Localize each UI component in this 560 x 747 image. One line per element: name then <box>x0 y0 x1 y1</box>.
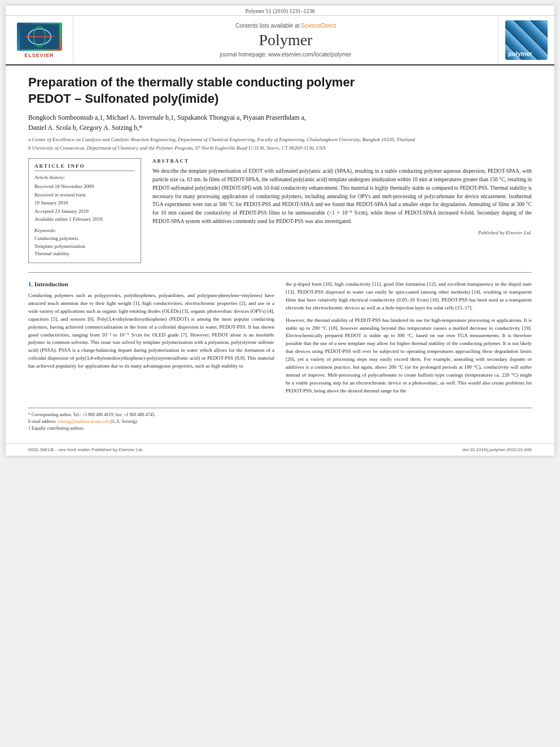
journal-title: Polymer <box>259 31 313 49</box>
abstract-text: We describe the template polymerization … <box>152 167 532 225</box>
article-title: Preparation of the thermally stable cond… <box>28 75 532 107</box>
introduction-section: 1. Introduction Conducting polymers such… <box>28 281 532 400</box>
elsevier-logo: ELSEVIER <box>17 23 62 58</box>
article-info-box: ARTICLE INFO Article history: Received 1… <box>28 158 141 263</box>
affiliations: a Center of Excellence on Catalysis and … <box>28 136 532 151</box>
journal-reference: Polymer 51 (2010) 1231–1236 <box>6 6 554 16</box>
intro-num: 1. <box>28 281 33 287</box>
page: Polymer 51 (2010) 1231–1236 ELSEVIER Con… <box>6 6 554 456</box>
intro-label: Introduction <box>34 281 68 287</box>
article-history-label: Article history: <box>34 174 135 180</box>
keyword-3: Thermal stability <box>34 250 135 258</box>
polymer-logo-text: polymer <box>508 50 532 57</box>
intro-para-right2: However, the thermal stability of PEDOT-… <box>286 317 532 395</box>
sciencedirect-link[interactable]: ScienceDirect <box>301 23 336 29</box>
article-info-column: ARTICLE INFO Article history: Received 1… <box>28 158 141 263</box>
intro-para-right1: the p-doped form [10], high conductivity… <box>286 281 532 312</box>
elsevier-logo-area: ELSEVIER <box>6 16 73 64</box>
article-info-abstract: ARTICLE INFO Article history: Received 1… <box>28 158 532 263</box>
footnotes: * Corresponding author. Tel.: +1 860 486… <box>28 408 532 432</box>
article-info-heading: ARTICLE INFO <box>34 163 135 171</box>
email-link[interactable]: sotzing@mailims.uconn.edu <box>58 419 109 424</box>
received-revised-label: Received in revised form <box>34 191 135 199</box>
footnote-email: E-mail address: sotzing@mailims.uconn.ed… <box>28 418 532 425</box>
intro-right-column: the p-doped form [10], high conductivity… <box>286 281 532 400</box>
accepted-date: Accepted 23 January 2010 <box>34 207 135 215</box>
sciencedirect-line: Contents lists available at ScienceDirec… <box>235 23 336 29</box>
title-line1: Preparation of the thermally stable cond… <box>28 75 355 89</box>
article-dates: Received 18 November 2009 Received in re… <box>34 182 135 223</box>
issn-text: 0032-3861/$ – see front matter Published… <box>28 447 143 452</box>
keywords-section: Keywords: Conducting polymers Template p… <box>34 228 135 258</box>
intro-left-column: 1. Introduction Conducting polymers such… <box>28 281 274 400</box>
introduction-heading: 1. Introduction <box>28 281 274 287</box>
intro-para1: Conducting polymers such as polypyrroles… <box>28 292 274 370</box>
journal-ref-text: Polymer 51 (2010) 1231–1236 <box>245 8 314 14</box>
footnote-equal-contrib: 1 Equally contributing authors. <box>28 425 532 432</box>
footnote-corresponding: * Corresponding author. Tel.: +1 860 486… <box>28 412 532 418</box>
received-date: Received 18 November 2009 <box>34 182 135 190</box>
abstract-column: ABSTRACT We describe the template polyme… <box>152 158 532 263</box>
journal-homepage: journal homepage: www.elsevier.com/locat… <box>220 51 352 58</box>
elsevier-graphic <box>17 23 62 51</box>
email-label: E-mail address: <box>28 419 56 424</box>
polymer-logo-area: polymer <box>498 16 554 64</box>
keywords-label: Keywords: <box>34 228 135 233</box>
main-content: Preparation of the thermally stable cond… <box>6 65 554 443</box>
keyword-1: Conducting polymers <box>34 235 135 243</box>
polymer-logo: polymer <box>505 20 548 60</box>
available-date: Available online 1 February 2010 <box>34 215 135 223</box>
published-line: Published by Elsevier Ltd. <box>152 230 532 235</box>
authors: Bongkoch Somboonsub a,1, Michael A. Inve… <box>28 112 532 133</box>
doi-text: doi:10.1016/j.polymer.2010.01.048 <box>462 447 532 452</box>
abstract-heading: ABSTRACT <box>152 158 532 164</box>
email-note: (G.A. Sotzing). <box>110 419 138 424</box>
homepage-text: journal homepage: www.elsevier.com/locat… <box>220 51 352 58</box>
journal-header: ELSEVIER Contents lists available at Sci… <box>6 16 554 65</box>
section-divider <box>28 272 532 273</box>
authors-line2: Daniel A. Scola b, Gregory A. Sotzing b,… <box>28 124 142 132</box>
affiliation-a: a Center of Excellence on Catalysis and … <box>28 136 532 143</box>
keyword-2: Template polymerization <box>34 243 135 251</box>
contents-text: Contents lists available at <box>235 23 299 29</box>
journal-title-area: Contents lists available at ScienceDirec… <box>73 16 498 64</box>
affiliation-b: b University of Connecticut, Department … <box>28 145 532 152</box>
bottom-bar: 0032-3861/$ – see front matter Published… <box>6 443 554 456</box>
title-line2: PEDOT – Sulfonated poly(imide) <box>28 91 218 106</box>
revised-date: 19 January 2010 <box>34 199 135 207</box>
elsevier-wordmark: ELSEVIER <box>24 53 54 58</box>
authors-line1: Bongkoch Somboonsub a,1, Michael A. Inve… <box>28 113 306 121</box>
